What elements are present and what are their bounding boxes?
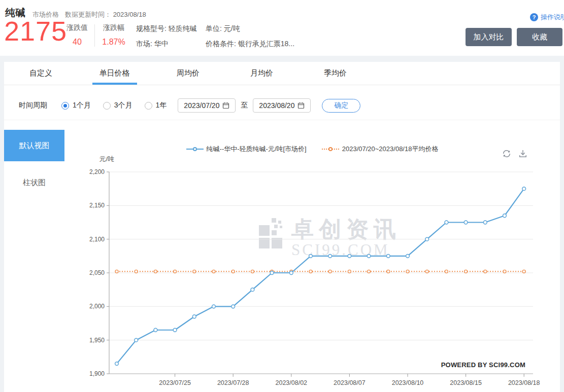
update-time-value: 2023/08/18 <box>113 11 146 18</box>
current-price: 2175 <box>4 16 67 46</box>
svg-text:2,050: 2,050 <box>89 269 105 276</box>
sidebar-item-default-view[interactable]: 默认视图 <box>4 130 64 161</box>
svg-text:2,200: 2,200 <box>89 168 105 175</box>
tab-custom[interactable]: 自定义 <box>4 62 78 85</box>
price-line-chart: 1,9001,9502,0002,0502,1002,1502,200元/吨20… <box>64 152 560 392</box>
change-pct-block: 涨跌幅 1.87% <box>99 23 128 47</box>
chart-section: 默认视图 柱状图 纯碱--华中-轻质纯碱-元/吨[市场价] 2023/07/20… <box>4 120 560 392</box>
to-label: 至 <box>241 101 248 110</box>
price-tabs: 自定义 单日价格 周均价 月均价 季均价 <box>4 62 560 85</box>
chart-area: 纯碱--华中-轻质纯碱-元/吨[市场价] 2023/07/20~2023/08/… <box>64 120 560 392</box>
calendar-icon <box>297 102 305 109</box>
line-marker-icon <box>186 147 204 152</box>
help-label: 操作说明 <box>541 13 564 22</box>
help-link[interactable]: ? 操作说明 <box>530 13 564 22</box>
update-time-label: 数据更新时间： <box>65 11 111 18</box>
svg-text:2023/08/02: 2023/08/02 <box>276 379 308 386</box>
change-pct: 1.87% <box>99 38 128 47</box>
change-value-block: 涨跌值 40 <box>63 23 91 47</box>
market-text: 市场: 华中 <box>136 40 197 49</box>
add-compare-button[interactable]: 加入对比 <box>466 28 512 46</box>
question-icon: ? <box>530 13 538 21</box>
svg-text:1,900: 1,900 <box>89 370 105 377</box>
date-from-input[interactable]: 2023/07/20 <box>178 98 236 113</box>
change-pct-label: 涨跌幅 <box>99 23 128 32</box>
radio-3-month-circle <box>103 102 111 110</box>
powered-by-label: POWERED BY SCI99.COM <box>441 361 525 369</box>
svg-text:2023/08/18: 2023/08/18 <box>508 379 540 386</box>
svg-text:2,150: 2,150 <box>89 202 105 209</box>
svg-text:2023/07/25: 2023/07/25 <box>159 379 191 386</box>
period-label: 时间周期 <box>19 101 47 110</box>
condition-text: 价格条件: 银行承兑汇票18... <box>206 40 294 49</box>
calendar-icon <box>222 102 229 109</box>
svg-text:2023/08/07: 2023/08/07 <box>334 379 366 386</box>
date-to-input[interactable]: 2023/08/20 <box>253 98 311 113</box>
favorite-button[interactable]: 收藏 <box>517 28 562 46</box>
svg-text:2,000: 2,000 <box>89 303 105 310</box>
svg-text:1,950: 1,950 <box>89 337 105 344</box>
radio-1-year-label: 1年 <box>156 101 167 110</box>
svg-text:2,100: 2,100 <box>89 236 105 243</box>
change-value-label: 涨跌值 <box>63 23 91 32</box>
tab-daily-price[interactable]: 单日价格 <box>78 62 151 85</box>
tab-monthly-avg[interactable]: 月均价 <box>225 62 298 85</box>
spec-text: 规格型号: 轻质纯碱 <box>136 24 197 33</box>
tab-weekly-avg[interactable]: 周均价 <box>151 62 225 85</box>
change-value: 40 <box>63 38 91 47</box>
update-time: 数据更新时间： 2023/08/18 <box>65 10 146 19</box>
tab-quarterly-avg[interactable]: 季均价 <box>298 62 372 85</box>
svg-text:2023/08/10: 2023/08/10 <box>392 379 424 386</box>
radio-1-month-label: 1个月 <box>73 101 91 110</box>
svg-text:2023/08/15: 2023/08/15 <box>450 379 482 386</box>
radio-1-year[interactable]: 1年 <box>145 101 167 110</box>
dotted-line-marker-icon <box>322 147 339 152</box>
radio-3-month[interactable]: 3个月 <box>103 101 132 110</box>
confirm-button[interactable]: 确定 <box>322 99 360 113</box>
unit-text: 单位: 元/吨 <box>206 24 294 33</box>
unit-condition-block: 单位: 元/吨 价格条件: 银行承兑汇票18... <box>206 24 294 49</box>
svg-text:2023/07/28: 2023/07/28 <box>217 379 249 386</box>
radio-1-month-circle <box>61 102 69 110</box>
sidebar-item-bar-chart[interactable]: 柱状图 <box>4 175 64 190</box>
page-header: 纯碱 市场价格 数据更新时间： 2023/08/18 2175 涨跌值 40 涨… <box>0 0 564 56</box>
header-divider <box>94 24 95 47</box>
radio-1-year-circle <box>145 102 152 110</box>
period-radio-group: 1个月 3个月 1年 <box>61 101 167 110</box>
date-from-value: 2023/07/20 <box>184 101 219 110</box>
content-card: 自定义 单日价格 周均价 月均价 季均价 时间周期 1个月 3个月 1年 202… <box>4 62 560 392</box>
radio-1-month[interactable]: 1个月 <box>61 101 91 110</box>
svg-text:元/吨: 元/吨 <box>99 155 114 163</box>
spec-market-block: 规格型号: 轻质纯碱 市场: 华中 <box>136 24 197 49</box>
radio-3-month-label: 3个月 <box>114 101 132 110</box>
date-to-value: 2023/08/20 <box>259 101 294 110</box>
time-filter-row: 时间周期 1个月 3个月 1年 2023/07/20 至 2023/08/20 … <box>4 85 560 120</box>
